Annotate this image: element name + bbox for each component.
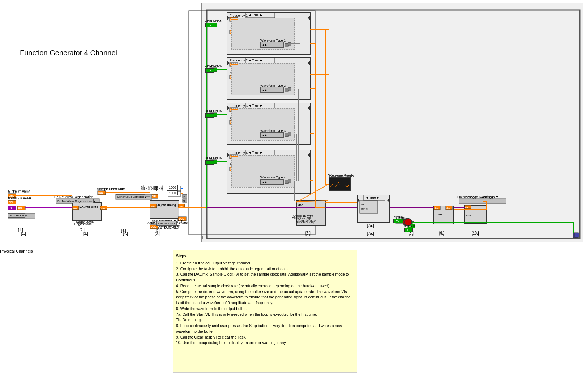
svg-text:[4.]: [4.] (123, 232, 128, 236)
analog-1d-wfm-label: Analog 1D Wfm (292, 216, 312, 219)
svg-text:Frequency 4: Frequency 4 (230, 151, 248, 155)
svg-text:DBL: DBL (230, 121, 236, 124)
svg-text:DBL: DBL (230, 108, 236, 111)
svg-rect-72 (230, 167, 238, 171)
svg-text:[1.]: [1.] (18, 228, 23, 232)
svg-text:[5.]: [5.] (202, 235, 208, 239)
main-canvas: Function Generator 4 Channel Physical Ch… (0, 0, 586, 392)
svg-text:Amplitude 1: Amplitude 1 (230, 26, 247, 30)
svg-text:DBL: DBL (230, 18, 236, 21)
svg-text:dao: dao (361, 203, 365, 206)
continuous-samples-dropdown[interactable]: Continuous Samples (116, 194, 145, 199)
svg-text:[1.]: [1.] (21, 232, 26, 236)
svg-rect-220 (178, 217, 186, 221)
svg-rect-78 (285, 181, 288, 184)
svg-rect-161 (434, 206, 440, 210)
svg-rect-134 (189, 11, 315, 235)
svg-text:DBL: DBL (230, 31, 236, 33)
ch2-on-label: CH 2 ON (205, 64, 218, 68)
svg-text:⇒ DAQmx Timing: ⇒ DAQmx Timing (152, 203, 176, 207)
svg-text:◄ True ►: ◄ True ► (365, 196, 380, 199)
stop-tf-terminal[interactable]: TF (404, 228, 413, 232)
svg-rect-87 (17, 206, 25, 210)
ao-voltage-dropdown[interactable]: AO Voltage (8, 213, 25, 218)
svg-text:fc: fc (183, 199, 185, 202)
svg-line-240 (296, 201, 328, 202)
svg-text:◄►: ◄► (262, 89, 268, 92)
waveform-graph-label: Waveform Graph (328, 173, 353, 177)
svg-rect-15 (230, 30, 238, 34)
svg-text:Frequency 3: Frequency 3 (230, 104, 248, 108)
svg-text:[2.]: [2.] (80, 228, 85, 232)
svg-text:DBL: DBL (230, 76, 236, 78)
svg-rect-3 (227, 13, 310, 54)
svg-marker-45 (308, 105, 310, 111)
svg-text:◄ True ►: ◄ True ► (248, 59, 263, 62)
svg-text:DBL: DBL (151, 225, 156, 228)
svg-text:[10.]: [10.] (472, 231, 479, 235)
ok-message-label: OK message + warnings (457, 195, 493, 199)
svg-text:dao: dao (101, 207, 105, 209)
svg-rect-42 (246, 103, 275, 108)
size-1000-const-1: 1000 (167, 185, 178, 190)
svg-rect-170 (465, 205, 471, 209)
svg-text:[4.]: [4.] (121, 229, 126, 233)
svg-rect-22 (227, 58, 310, 99)
svg-text:Do Not Allow Regeneration: Do Not Allow Regeneration (54, 195, 93, 199)
samp-clk-rate-label: SampClk.Rate (158, 226, 179, 229)
svg-rect-123 (150, 204, 157, 208)
step-10: 10. Use the popup dialog box to display … (176, 340, 354, 346)
step-6: 6. Write the waveform to the output buff… (176, 306, 354, 312)
svg-rect-40 (285, 89, 288, 91)
svg-rect-1 (207, 10, 580, 238)
svg-rect-34 (230, 75, 238, 79)
svg-text:dao: dao (179, 205, 183, 207)
svg-text:[9.]: [9.] (439, 232, 444, 236)
sample-clock-dropdown[interactable]: Sample Clock (156, 221, 177, 226)
svg-text:dao: dao (435, 207, 439, 209)
svg-text:ps: ps (183, 195, 186, 198)
svg-text:[3.]: [3.] (155, 232, 160, 236)
step-7b: 7b. Do nothing. (176, 317, 354, 323)
svg-text:err: err (465, 206, 469, 208)
svg-rect-61 (246, 150, 275, 155)
svg-marker-146 (357, 198, 360, 203)
ch2-on-terminal[interactable]: TF (205, 68, 214, 73)
svg-text:DBL: DBL (230, 155, 236, 158)
svg-text:[8.]: [8.] (409, 232, 414, 236)
svg-rect-41 (227, 103, 310, 145)
svg-text:DBL: DBL (230, 168, 236, 170)
step-2: 2. Configure the task to prohibit the au… (176, 266, 354, 272)
step-5: 5. Compute the desired waveform, using t… (176, 289, 354, 306)
ch1-on-terminal[interactable]: TF (205, 23, 214, 27)
regen-mode-dropdown[interactable]: Do Not Allow Regeneration (56, 199, 94, 203)
ch4-on-terminal[interactable]: TF (205, 160, 214, 165)
ch3-on-terminal[interactable]: TF (205, 113, 214, 118)
svg-marker-6 (227, 15, 230, 20)
size-samples-label: Size (Samples) (141, 185, 163, 189)
svg-text:◄ True ►: ◄ True ► (248, 104, 263, 107)
svg-rect-121 (150, 201, 179, 219)
svg-rect-0 (202, 3, 583, 242)
svg-rect-99 (100, 206, 107, 210)
svg-rect-219 (575, 233, 579, 237)
svg-marker-25 (227, 60, 230, 65)
svg-text:[6.]: [6.] (305, 231, 311, 235)
svg-rect-168 (459, 199, 506, 204)
svg-rect-142 (329, 178, 351, 190)
svg-rect-74 (231, 155, 295, 187)
svg-rect-38 (260, 87, 284, 92)
svg-rect-85 (8, 206, 16, 210)
svg-text:Waveform Type 2: Waveform Type 2 (260, 84, 286, 87)
svg-text:error: error (466, 214, 472, 216)
svg-rect-117 (183, 199, 187, 202)
svg-rect-57 (260, 132, 284, 138)
min-value-label: Minimum Value (8, 189, 30, 193)
svg-rect-50 (230, 108, 238, 112)
svg-rect-160 (434, 206, 454, 224)
svg-text:Frequency 2: Frequency 2 (230, 59, 248, 62)
physical-channels-label: Physical Channels (0, 249, 33, 253)
svg-text:Waveform Type 1: Waveform Type 1 (260, 39, 286, 42)
svg-text:◄ True ►: ◄ True ► (248, 13, 263, 17)
svg-rect-104 (98, 191, 106, 195)
